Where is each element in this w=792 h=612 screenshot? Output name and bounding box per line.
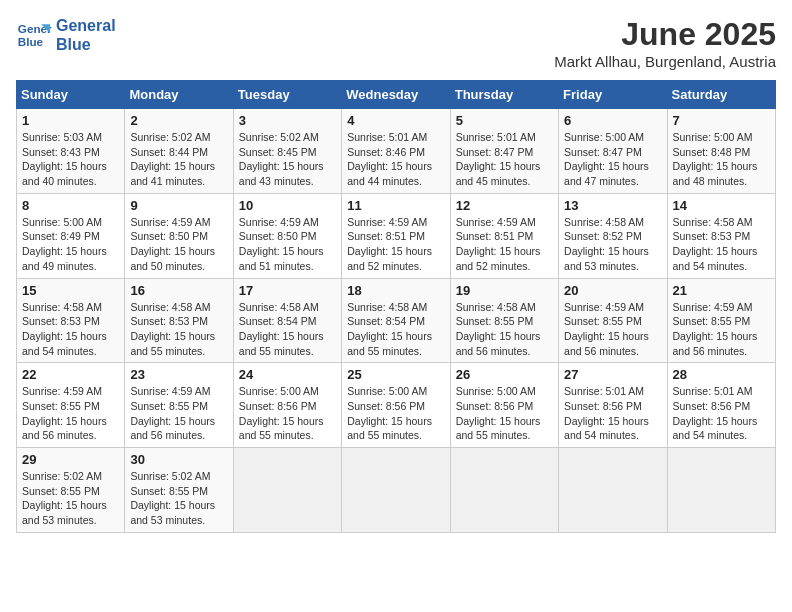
day-cell [667, 448, 775, 533]
header-cell-thursday: Thursday [450, 81, 558, 109]
day-cell [233, 448, 341, 533]
logo-line1: General [56, 16, 116, 35]
week-row-0: 1Sunrise: 5:03 AMSunset: 8:43 PMDaylight… [17, 109, 776, 194]
calendar-header-row: SundayMondayTuesdayWednesdayThursdayFrid… [17, 81, 776, 109]
day-number: 18 [347, 283, 444, 298]
day-info: Sunrise: 5:01 AMSunset: 8:56 PMDaylight:… [564, 384, 661, 443]
header-cell-wednesday: Wednesday [342, 81, 450, 109]
day-number: 10 [239, 198, 336, 213]
day-cell: 28Sunrise: 5:01 AMSunset: 8:56 PMDayligh… [667, 363, 775, 448]
day-number: 21 [673, 283, 770, 298]
svg-text:Blue: Blue [18, 35, 44, 48]
day-info: Sunrise: 5:00 AMSunset: 8:48 PMDaylight:… [673, 130, 770, 189]
month-title: June 2025 [554, 16, 776, 53]
day-cell: 1Sunrise: 5:03 AMSunset: 8:43 PMDaylight… [17, 109, 125, 194]
day-cell [559, 448, 667, 533]
day-info: Sunrise: 4:59 AMSunset: 8:50 PMDaylight:… [239, 215, 336, 274]
day-info: Sunrise: 4:58 AMSunset: 8:55 PMDaylight:… [456, 300, 553, 359]
day-number: 7 [673, 113, 770, 128]
day-cell: 18Sunrise: 4:58 AMSunset: 8:54 PMDayligh… [342, 278, 450, 363]
day-cell: 15Sunrise: 4:58 AMSunset: 8:53 PMDayligh… [17, 278, 125, 363]
day-cell: 5Sunrise: 5:01 AMSunset: 8:47 PMDaylight… [450, 109, 558, 194]
title-area: June 2025 Markt Allhau, Burgenland, Aust… [554, 16, 776, 70]
day-info: Sunrise: 4:59 AMSunset: 8:55 PMDaylight:… [130, 384, 227, 443]
day-info: Sunrise: 5:00 AMSunset: 8:56 PMDaylight:… [239, 384, 336, 443]
day-number: 5 [456, 113, 553, 128]
day-info: Sunrise: 4:59 AMSunset: 8:55 PMDaylight:… [22, 384, 119, 443]
day-cell: 23Sunrise: 4:59 AMSunset: 8:55 PMDayligh… [125, 363, 233, 448]
day-cell: 10Sunrise: 4:59 AMSunset: 8:50 PMDayligh… [233, 193, 341, 278]
day-info: Sunrise: 4:59 AMSunset: 8:51 PMDaylight:… [456, 215, 553, 274]
day-number: 22 [22, 367, 119, 382]
day-cell: 17Sunrise: 4:58 AMSunset: 8:54 PMDayligh… [233, 278, 341, 363]
day-cell: 12Sunrise: 4:59 AMSunset: 8:51 PMDayligh… [450, 193, 558, 278]
day-info: Sunrise: 4:58 AMSunset: 8:52 PMDaylight:… [564, 215, 661, 274]
day-number: 1 [22, 113, 119, 128]
day-cell: 21Sunrise: 4:59 AMSunset: 8:55 PMDayligh… [667, 278, 775, 363]
day-info: Sunrise: 4:59 AMSunset: 8:55 PMDaylight:… [564, 300, 661, 359]
day-cell [342, 448, 450, 533]
day-number: 30 [130, 452, 227, 467]
header-cell-friday: Friday [559, 81, 667, 109]
day-info: Sunrise: 5:02 AMSunset: 8:55 PMDaylight:… [22, 469, 119, 528]
day-cell: 13Sunrise: 4:58 AMSunset: 8:52 PMDayligh… [559, 193, 667, 278]
day-info: Sunrise: 5:02 AMSunset: 8:45 PMDaylight:… [239, 130, 336, 189]
day-number: 24 [239, 367, 336, 382]
day-cell: 2Sunrise: 5:02 AMSunset: 8:44 PMDaylight… [125, 109, 233, 194]
day-info: Sunrise: 5:01 AMSunset: 8:46 PMDaylight:… [347, 130, 444, 189]
calendar-body: 1Sunrise: 5:03 AMSunset: 8:43 PMDaylight… [17, 109, 776, 533]
location-title: Markt Allhau, Burgenland, Austria [554, 53, 776, 70]
day-cell: 7Sunrise: 5:00 AMSunset: 8:48 PMDaylight… [667, 109, 775, 194]
day-number: 3 [239, 113, 336, 128]
day-cell: 8Sunrise: 5:00 AMSunset: 8:49 PMDaylight… [17, 193, 125, 278]
day-cell: 22Sunrise: 4:59 AMSunset: 8:55 PMDayligh… [17, 363, 125, 448]
day-number: 23 [130, 367, 227, 382]
day-number: 12 [456, 198, 553, 213]
day-info: Sunrise: 4:59 AMSunset: 8:51 PMDaylight:… [347, 215, 444, 274]
logo-icon: General Blue [16, 17, 52, 53]
day-cell: 6Sunrise: 5:00 AMSunset: 8:47 PMDaylight… [559, 109, 667, 194]
day-info: Sunrise: 5:00 AMSunset: 8:47 PMDaylight:… [564, 130, 661, 189]
calendar-table: SundayMondayTuesdayWednesdayThursdayFrid… [16, 80, 776, 533]
day-cell: 29Sunrise: 5:02 AMSunset: 8:55 PMDayligh… [17, 448, 125, 533]
header: General Blue General Blue June 2025 Mark… [16, 16, 776, 70]
day-number: 26 [456, 367, 553, 382]
day-info: Sunrise: 5:00 AMSunset: 8:56 PMDaylight:… [456, 384, 553, 443]
day-cell: 9Sunrise: 4:59 AMSunset: 8:50 PMDaylight… [125, 193, 233, 278]
header-cell-tuesday: Tuesday [233, 81, 341, 109]
day-number: 20 [564, 283, 661, 298]
logo-line2: Blue [56, 35, 116, 54]
day-cell: 24Sunrise: 5:00 AMSunset: 8:56 PMDayligh… [233, 363, 341, 448]
day-number: 6 [564, 113, 661, 128]
day-number: 8 [22, 198, 119, 213]
day-number: 25 [347, 367, 444, 382]
day-info: Sunrise: 5:03 AMSunset: 8:43 PMDaylight:… [22, 130, 119, 189]
day-number: 13 [564, 198, 661, 213]
day-info: Sunrise: 4:58 AMSunset: 8:54 PMDaylight:… [239, 300, 336, 359]
day-cell: 4Sunrise: 5:01 AMSunset: 8:46 PMDaylight… [342, 109, 450, 194]
week-row-3: 22Sunrise: 4:59 AMSunset: 8:55 PMDayligh… [17, 363, 776, 448]
day-cell [450, 448, 558, 533]
day-info: Sunrise: 5:01 AMSunset: 8:56 PMDaylight:… [673, 384, 770, 443]
day-cell: 26Sunrise: 5:00 AMSunset: 8:56 PMDayligh… [450, 363, 558, 448]
day-info: Sunrise: 4:59 AMSunset: 8:50 PMDaylight:… [130, 215, 227, 274]
day-cell: 19Sunrise: 4:58 AMSunset: 8:55 PMDayligh… [450, 278, 558, 363]
week-row-2: 15Sunrise: 4:58 AMSunset: 8:53 PMDayligh… [17, 278, 776, 363]
day-number: 2 [130, 113, 227, 128]
day-info: Sunrise: 5:02 AMSunset: 8:44 PMDaylight:… [130, 130, 227, 189]
day-info: Sunrise: 4:58 AMSunset: 8:54 PMDaylight:… [347, 300, 444, 359]
day-info: Sunrise: 5:02 AMSunset: 8:55 PMDaylight:… [130, 469, 227, 528]
day-number: 11 [347, 198, 444, 213]
day-info: Sunrise: 4:58 AMSunset: 8:53 PMDaylight:… [130, 300, 227, 359]
day-info: Sunrise: 4:58 AMSunset: 8:53 PMDaylight:… [22, 300, 119, 359]
day-info: Sunrise: 5:00 AMSunset: 8:56 PMDaylight:… [347, 384, 444, 443]
day-info: Sunrise: 4:59 AMSunset: 8:55 PMDaylight:… [673, 300, 770, 359]
day-info: Sunrise: 5:00 AMSunset: 8:49 PMDaylight:… [22, 215, 119, 274]
day-number: 28 [673, 367, 770, 382]
day-cell: 3Sunrise: 5:02 AMSunset: 8:45 PMDaylight… [233, 109, 341, 194]
day-cell: 14Sunrise: 4:58 AMSunset: 8:53 PMDayligh… [667, 193, 775, 278]
week-row-4: 29Sunrise: 5:02 AMSunset: 8:55 PMDayligh… [17, 448, 776, 533]
day-cell: 20Sunrise: 4:59 AMSunset: 8:55 PMDayligh… [559, 278, 667, 363]
header-cell-sunday: Sunday [17, 81, 125, 109]
day-number: 15 [22, 283, 119, 298]
